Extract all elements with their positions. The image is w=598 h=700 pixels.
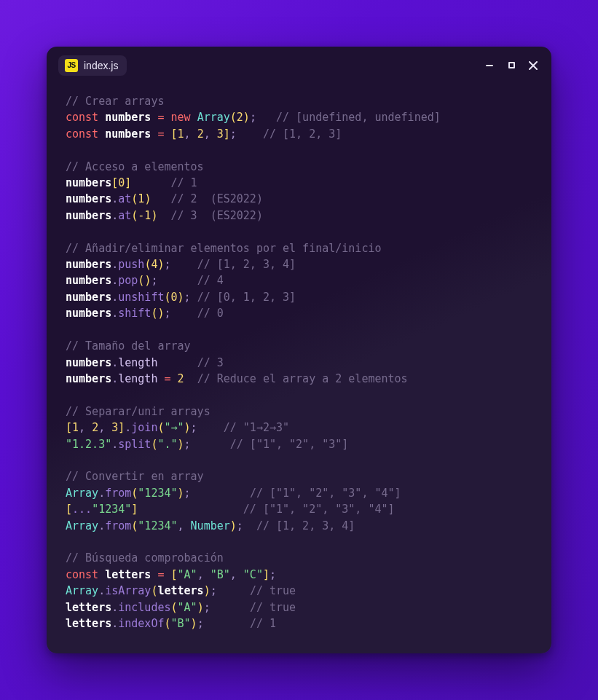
close-icon[interactable] — [528, 60, 538, 71]
code-area: // Crear arrays const numbers = new Arra… — [47, 79, 551, 632]
filename-label: index.js — [84, 60, 118, 71]
keyword: const — [66, 111, 98, 124]
method: at — [118, 192, 131, 205]
comment: // [undefined, undefined] — [276, 111, 441, 124]
comment: // Tamaño del array — [66, 339, 191, 353]
comment: // Crear arrays — [66, 95, 164, 108]
comment: // Convertir en array — [66, 470, 204, 483]
property: length — [118, 356, 157, 369]
number: 2 — [237, 111, 243, 124]
identifier: letters — [105, 568, 151, 581]
class-name: Number — [191, 519, 230, 532]
method: push — [118, 258, 144, 271]
identifier: numbers — [105, 111, 151, 124]
file-tab[interactable]: JS index.js — [58, 55, 127, 76]
operator: = — [157, 111, 164, 124]
minimize-icon[interactable] — [484, 60, 495, 71]
js-icon: JS — [65, 59, 78, 72]
editor-window: JS index.js // Crear arrays const number… — [47, 47, 551, 653]
class-name: Array — [197, 111, 230, 124]
comment: // Añadir/eliminar elementos por el fina… — [66, 242, 381, 255]
keyword: new — [171, 111, 191, 124]
comment: // Búsqueda comprobación — [66, 551, 224, 565]
comment: // Acceso a elementos — [66, 160, 204, 173]
window-controls — [484, 60, 543, 71]
comment: // Separar/unir arrays — [66, 405, 211, 418]
maximize-icon[interactable] — [506, 60, 516, 71]
titlebar: JS index.js — [47, 47, 551, 79]
string: "→" — [164, 421, 184, 434]
